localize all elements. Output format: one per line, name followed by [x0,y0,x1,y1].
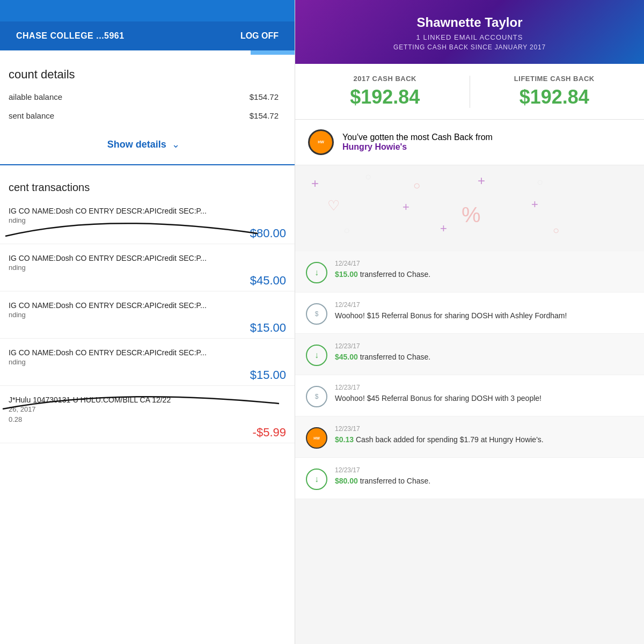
timeline-content-6: 12/23/17 $80.00 transferred to Chase. [335,466,633,487]
timeline-content-4: 12/23/17 Woohoo! $45 Referral Bonus for … [335,384,633,404]
tx-amount-row-hulu: -$5.99 [9,426,286,440]
deco-circle-5: ○ [553,224,559,237]
transaction-item: IG CO NAME:Dosh CO ENTRY DESCR:APICredit… [0,201,295,244]
timeline-text-6: transferred to Chase. [360,477,431,485]
timeline-date-6: 12/23/17 [335,466,633,474]
timeline-item-2: $ 12/24/17 Woohoo! $15 Referral Bonus fo… [295,292,644,334]
deco-plus-4: + [531,197,538,211]
tx-amount-row: $45.00 [9,274,286,288]
tx-sub: nding [9,311,286,319]
deco-plus-5: + [440,222,447,236]
tx-amount-negative: -$5.99 [253,426,286,440]
transaction-item: IG CO NAME:Dosh CO ENTRY DESCR:APICredit… [0,343,295,386]
available-balance-row: ailable balance $154.72 [9,92,279,104]
timeline-date-4: 12/23/17 [335,384,633,391]
present-balance-label: sent balance [9,111,54,120]
present-balance-value: $154.72 [250,111,279,120]
show-details-text[interactable]: Show details [107,139,166,150]
deco-percent: % [462,203,481,227]
dosh-header: Shawnette Taylor 1 LINKED EMAIL ACCOUNTS… [295,0,644,64]
account-details-section: count details ailable balance $154.72 se… [0,55,295,164]
deco-plus-1: + [311,176,319,191]
merchant-logo: HW [308,129,334,155]
linked-accounts: 1 LINKED EMAIL ACCOUNTS [306,33,633,41]
tx-amount-row: $15.00 [9,321,286,335]
stat-lifetime-label: LIFETIME CASH BACK [481,75,628,83]
available-balance-label: ailable balance [9,92,62,101]
transaction-item: IG CO NAME:Dosh CO ENTRY DESCR:APICredit… [0,296,295,339]
timeline-content-2: 12/24/17 Woohoo! $15 Referral Bonus for … [335,301,633,321]
timeline-date-2: 12/24/17 [335,301,633,309]
account-name: CHASE COLLEGE ...5961 [16,31,125,41]
tx-amount-row: $80.00 [9,226,286,240]
deco-circle-3: ○ [537,176,543,188]
most-cashback-section: HW You've gotten the most Cash Back from… [295,120,644,165]
section-divider [0,164,295,165]
tx-name: IG CO NAME:Dosh CO ENTRY DESCR:APICredit… [9,301,286,310]
tx-sub: nding [9,358,286,366]
deco-heart-1: ♡ [327,197,340,214]
deco-plus-2: + [478,173,485,188]
show-details-row[interactable]: Show details ⌄ [9,130,279,159]
stat-2017-label: 2017 CASH BACK [311,75,459,83]
merchant-name: Hungry Howie's [342,142,407,151]
header-top-bar [0,0,295,21]
transaction-item: IG CO NAME:Dosh CO ENTRY DESCR:APICredit… [0,248,295,291]
referral-icon-2: $ [306,386,327,407]
progress-bar-container [0,50,295,55]
available-balance-value: $154.72 [250,92,279,101]
timeline-text-5: Cash back added for spending $1.79 at Hu… [356,435,544,444]
timeline-desc-6: $80.00 transferred to Chase. [335,476,633,487]
deco-plus-3: + [402,200,409,214]
tx-sub-hulu: 26, 2017 [9,405,286,413]
tx-amount: $45.00 [250,274,286,288]
timeline-item-4: $ 12/23/17 Woohoo! $45 Referral Bonus fo… [295,375,644,416]
transactions-title: cent transactions [0,176,295,201]
transaction-list: IG CO NAME:Dosh CO ENTRY DESCR:APICredit… [0,201,295,443]
cash-back-since: GETTING CASH BACK SINCE JANUARY 2017 [306,43,633,51]
account-section-title: count details [9,68,279,82]
stat-lifetime: LIFETIME CASH BACK $192.84 [481,75,628,108]
merchant-icon-1: HW [306,427,327,449]
stat-2017: 2017 CASH BACK $192.84 [311,75,459,108]
transfer-icon-1: ↓ [306,262,327,283]
timeline-content-5: 12/23/17 $0.13 Cash back added for spend… [335,425,633,445]
tx-sub: nding [9,264,286,272]
tx-amount: $15.00 [250,321,286,335]
tx-name: IG CO NAME:Dosh CO ENTRY DESCR:APICredit… [9,348,286,357]
transfer-icon-3: ↓ [306,469,327,490]
timeline-amount-1: $15.00 [335,270,358,279]
timeline-item-6: ↓ 12/23/17 $80.00 transferred to Chase. [295,458,644,499]
timeline-desc-1: $15.00 transferred to Chase. [335,269,633,280]
most-cashback-text: You've gotten the most Cash Back from Hu… [342,133,493,152]
progress-bar-fill [0,50,251,55]
timeline-text-1: transferred to Chase. [360,270,431,279]
chevron-down-icon: ⌄ [172,139,180,150]
cashback-stats: 2017 CASH BACK $192.84 LIFETIME CASH BAC… [295,64,644,120]
timeline-item-5: HW 12/23/17 $0.13 Cash back added for sp… [295,416,644,458]
deco-circle-4: ○ [343,224,350,237]
transfer-icon-2: ↓ [306,345,327,366]
right-panel: Shawnette Taylor 1 LINKED EMAIL ACCOUNTS… [295,0,644,644]
timeline-date-5: 12/23/17 [335,425,633,433]
tx-sub-hulu2: 0.28 [9,415,286,423]
stat-2017-value: $192.84 [311,86,459,108]
tx-amount: $80.00 [250,226,286,240]
timeline-desc-3: $45.00 transferred to Chase. [335,352,633,363]
deco-circle-1: ○ [365,171,371,183]
stat-divider [470,76,470,108]
tx-name: IG CO NAME:Dosh CO ENTRY DESCR:APICredit… [9,254,286,262]
present-balance-row: sent balance $154.72 [9,111,279,122]
tx-sub: nding [9,216,286,224]
timeline-item-1: ↓ 12/24/17 $15.00 transferred to Chase. [295,251,644,292]
tx-amount-row: $15.00 [9,368,286,382]
log-off-button[interactable]: LOG OFF [240,31,279,41]
timeline-content-3: 12/23/17 $45.00 transferred to Chase. [335,342,633,363]
timeline-desc-5: $0.13 Cash back added for spending $1.79… [335,435,633,445]
transaction-item-hulu: J*Hulu 104730131-U HULU.COM/BILL CA 12/2… [0,390,295,443]
decorative-area: + ○ ○ + ○ ♡ + % + ○ + ○ [295,165,644,251]
stat-lifetime-value: $192.84 [481,86,628,108]
tx-name: IG CO NAME:Dosh CO ENTRY DESCR:APICredit… [9,207,286,215]
tx-name-hulu: J*Hulu 104730131-U HULU.COM/BILL CA 12/2… [9,396,286,404]
timeline-amount-3: $45.00 [335,353,358,361]
